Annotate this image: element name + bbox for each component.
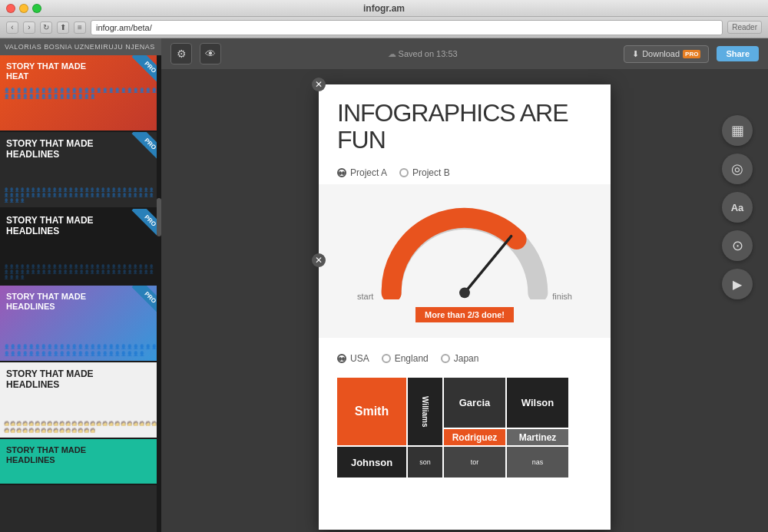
sidebar-item-3-label: STORY THAT MADE HEADLINES xyxy=(6,215,98,237)
sidebar-item-3-bg: PRO STORY THAT MADE HEADLINES 👤👤👤👤👤👤👤👤👤👤… xyxy=(0,209,161,284)
treemap-williams: Williams xyxy=(408,378,442,445)
treemap-garcia: Garcia xyxy=(444,378,505,428)
radio-japan-label: Japan xyxy=(454,353,479,364)
save-status: ☁ Saved on 13:53 xyxy=(229,49,616,59)
download-label: Download xyxy=(642,49,680,58)
radio-england[interactable]: England xyxy=(382,353,429,364)
gauge-badge: More than 2/3 done! xyxy=(415,307,514,322)
gauge-start-label: start xyxy=(357,292,373,301)
sidebar-item-4[interactable]: PRO Story That Made Headlines 👤👤👤👤👤👤👤👤👤👤… xyxy=(0,286,161,362)
svg-line-0 xyxy=(465,236,511,293)
sidebar-item-2-bg: PRO STORY THAT MADE HEADLINES 👤👤👤👤👤👤👤👤👤👤… xyxy=(0,132,161,207)
sidebar-item-6[interactable]: STORY THAT MADE HEADLINES xyxy=(0,439,161,485)
radio-usa[interactable]: USA xyxy=(337,353,369,364)
close-chart-2-btn[interactable]: ✕ xyxy=(312,253,326,267)
treemap-smith: Smith xyxy=(337,378,406,445)
reader-button[interactable]: Reader xyxy=(727,21,762,34)
radio-dot-england xyxy=(382,354,391,363)
maximize-window-btn[interactable] xyxy=(32,4,41,13)
sidebar-item-1-label: Story That Made Heat xyxy=(6,61,98,81)
window-title: infogr.am xyxy=(363,3,405,14)
sidebar-item-3[interactable]: PRO STORY THAT MADE HEADLINES 👤👤👤👤👤👤👤👤👤👤… xyxy=(0,209,161,286)
radio-section-2: USA England Japan xyxy=(319,347,611,370)
sidebar-item-5[interactable]: Story That Made Headlines 🧑🧑🧑🧑🧑🧑🧑🧑🧑🧑🧑🧑🧑🧑… xyxy=(0,362,161,439)
sidebar-item-4-bg: PRO Story That Made Headlines 👤👤👤👤👤👤👤👤👤👤… xyxy=(0,286,161,361)
saved-text: Saved on 13:53 xyxy=(399,49,458,58)
treemap-wilson: Wilson xyxy=(507,378,568,428)
sidebar-item-6-label: STORY THAT MADE HEADLINES xyxy=(6,445,98,465)
sidebar-item-6-bg: STORY THAT MADE HEADLINES xyxy=(0,439,161,484)
right-toolbar: ▦ ◎ Aa ⊙ ▶ xyxy=(722,115,753,299)
toolbar: ⚙ 👁 ☁ Saved on 13:53 ⬇ Download PRO Shar… xyxy=(161,38,768,69)
treemap-tor: tor xyxy=(444,447,505,477)
radio-project-a[interactable]: Project A xyxy=(337,167,387,178)
radio-england-label: England xyxy=(395,353,429,364)
treemap-martinez: Martinez xyxy=(507,429,568,445)
sidebar-top-bar: VALORIAS BOSNIA UZNEMIRUJU NJENAS xyxy=(0,38,161,55)
radio-dot-b xyxy=(399,168,409,177)
radio-dot-usa xyxy=(337,354,346,363)
share-browser-btn[interactable]: ⬆ xyxy=(57,21,69,34)
text-tool-button[interactable]: Aa xyxy=(722,192,753,223)
canvas-area: ✕ INFOGRAPHICS ARE FUN Project A Project… xyxy=(161,69,768,532)
title-bar: infogr.am xyxy=(0,0,768,17)
treemap-container: Smith Johnson Williams son Garcia Rodrig… xyxy=(319,370,611,485)
infographic: ✕ INFOGRAPHICS ARE FUN Project A Project… xyxy=(319,84,611,530)
radio-usa-label: USA xyxy=(350,353,369,364)
minimize-window-btn[interactable] xyxy=(19,4,28,13)
sidebar-item-5-label: Story That Made Headlines xyxy=(6,368,98,391)
layers-btn[interactable]: ≡ xyxy=(74,21,86,34)
url-text: infogr.am/beta/ xyxy=(96,23,152,32)
radio-project-b[interactable]: Project B xyxy=(399,167,450,178)
gauge-finish-label: finish xyxy=(552,292,572,301)
pro-tag: PRO xyxy=(683,50,700,58)
radio-section-1: Project A Project B xyxy=(319,161,611,184)
radio-dot-japan xyxy=(441,354,450,363)
sidebar-top-text: VALORIAS BOSNIA UZNEMIRUJU NJENAS xyxy=(5,43,155,51)
forward-button[interactable]: › xyxy=(23,21,35,34)
treemap-nas: nas xyxy=(507,447,568,477)
treemap-johnson: Johnson xyxy=(337,447,406,477)
sidebar-item-2-label: STORY THAT MADE HEADLINES xyxy=(6,138,98,160)
sidebar-item-2[interactable]: PRO STORY THAT MADE HEADLINES 👤👤👤👤👤👤👤👤👤👤… xyxy=(0,132,161,209)
radio-japan[interactable]: Japan xyxy=(441,353,479,364)
infographic-title: INFOGRAPHICS ARE FUN xyxy=(319,84,611,161)
main-content: VALORIAS BOSNIA UZNEMIRUJU NJENAS PRO St… xyxy=(0,38,768,532)
radio-dot-a xyxy=(337,168,346,177)
reload-button[interactable]: ↻ xyxy=(40,21,52,34)
sidebar: VALORIAS BOSNIA UZNEMIRUJU NJENAS PRO St… xyxy=(0,38,161,532)
sidebar-item-1[interactable]: PRO Story That Made Heat 👤👤👤👤👤👤👤👤👤👤👤👤👤👤👤… xyxy=(0,55,161,132)
close-window-btn[interactable] xyxy=(6,4,15,13)
media-tool-button[interactable]: ⊙ xyxy=(722,230,753,261)
sidebar-item-1-bg: PRO Story That Made Heat 👤👤👤👤👤👤👤👤👤👤👤👤👤👤👤… xyxy=(0,55,161,131)
radio-a-label: Project A xyxy=(350,167,387,178)
settings-button[interactable]: ⚙ xyxy=(170,43,192,64)
download-button[interactable]: ⬇ Download PRO xyxy=(624,45,709,63)
share-label: Share xyxy=(726,49,750,58)
radio-b-label: Project B xyxy=(412,167,450,178)
address-bar[interactable]: infogr.am/beta/ xyxy=(91,20,723,35)
back-button[interactable]: ‹ xyxy=(6,21,18,34)
sidebar-item-1-people: 👤👤👤👤👤👤👤👤👤👤👤👤👤👤👤👤👤👤👤👤👤👤👤👤👤👤👤👤👤👤👤👤👤👤👤👤👤👤👤👤 xyxy=(4,88,157,127)
preview-button[interactable]: 👁 xyxy=(200,43,221,64)
sidebar-item-4-label: Story That Made Headlines xyxy=(6,292,98,312)
chart-tool-button[interactable]: ▦ xyxy=(722,115,753,146)
treemap-son: son xyxy=(408,447,442,477)
browser-chrome: ‹ › ↻ ⬆ ≡ infogr.am/beta/ Reader xyxy=(0,17,768,38)
share-button[interactable]: Share xyxy=(717,46,759,61)
map-tool-button[interactable]: ◎ xyxy=(722,154,753,184)
gauge-labels: start finish xyxy=(357,292,572,301)
treemap-rodriguez: Rodriguez xyxy=(444,429,505,445)
window-controls xyxy=(6,4,41,13)
gauge-container: start finish More than 2/3 done! xyxy=(319,184,611,338)
sidebar-item-5-bg: Story That Made Headlines 🧑🧑🧑🧑🧑🧑🧑🧑🧑🧑🧑🧑🧑🧑… xyxy=(0,362,161,438)
play-tool-button[interactable]: ▶ xyxy=(722,269,753,299)
close-chart-1-btn[interactable]: ✕ xyxy=(312,78,326,91)
gauge-svg xyxy=(357,200,572,299)
